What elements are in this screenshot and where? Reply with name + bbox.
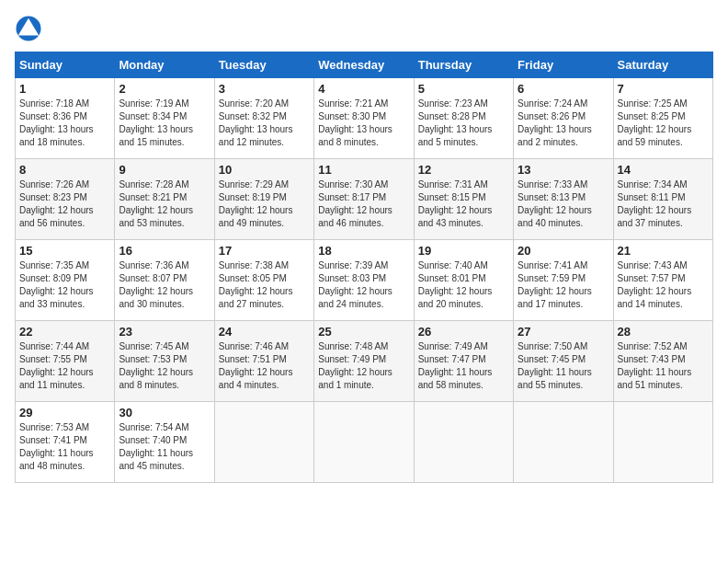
day-info: Sunrise: 7:25 AMSunset: 8:25 PMDaylight:… <box>618 98 709 149</box>
day-info: Sunrise: 7:24 AMSunset: 8:26 PMDaylight:… <box>518 98 609 149</box>
day-info: Sunrise: 7:34 AMSunset: 8:11 PMDaylight:… <box>618 178 709 230</box>
calendar-cell: 18 Sunrise: 7:39 AMSunset: 8:03 PMDaylig… <box>314 240 414 321</box>
day-info: Sunrise: 7:20 AMSunset: 8:32 PMDaylight:… <box>219 98 310 149</box>
logo-icon <box>15 15 42 42</box>
day-info: Sunrise: 7:21 AMSunset: 8:30 PMDaylight:… <box>318 98 409 149</box>
day-number: 11 <box>318 163 409 177</box>
calendar-week-5: 29 Sunrise: 7:53 AMSunset: 7:41 PMDaylig… <box>16 402 713 483</box>
day-info: Sunrise: 7:39 AMSunset: 8:03 PMDaylight:… <box>318 259 409 311</box>
calendar-cell: 9 Sunrise: 7:28 AMSunset: 8:21 PMDayligh… <box>115 159 214 240</box>
day-number: 13 <box>518 163 609 177</box>
calendar-cell: 19 Sunrise: 7:40 AMSunset: 8:01 PMDaylig… <box>414 240 513 321</box>
day-number: 1 <box>19 82 110 96</box>
day-number: 6 <box>518 82 609 96</box>
column-header-sunday: Sunday <box>16 52 115 78</box>
calendar-cell: 28 Sunrise: 7:52 AMSunset: 7:43 PMDaylig… <box>613 321 712 402</box>
calendar-cell: 5 Sunrise: 7:23 AMSunset: 8:28 PMDayligh… <box>414 78 513 159</box>
calendar-cell: 30 Sunrise: 7:54 AMSunset: 7:40 PMDaylig… <box>115 402 214 483</box>
day-number: 23 <box>119 325 210 339</box>
day-number: 5 <box>418 82 509 96</box>
calendar-cell <box>613 402 712 483</box>
column-header-monday: Monday <box>115 52 214 78</box>
column-header-tuesday: Tuesday <box>214 52 313 78</box>
day-number: 22 <box>19 325 110 339</box>
day-info: Sunrise: 7:44 AMSunset: 7:55 PMDaylight:… <box>19 340 110 392</box>
calendar-cell: 6 Sunrise: 7:24 AMSunset: 8:26 PMDayligh… <box>514 78 613 159</box>
calendar-cell: 13 Sunrise: 7:33 AMSunset: 8:13 PMDaylig… <box>514 159 613 240</box>
calendar-cell: 16 Sunrise: 7:36 AMSunset: 8:07 PMDaylig… <box>115 240 214 321</box>
day-number: 2 <box>119 82 210 96</box>
day-info: Sunrise: 7:36 AMSunset: 8:07 PMDaylight:… <box>119 259 210 311</box>
calendar-cell: 10 Sunrise: 7:29 AMSunset: 8:19 PMDaylig… <box>214 159 313 240</box>
day-info: Sunrise: 7:19 AMSunset: 8:34 PMDaylight:… <box>119 98 210 149</box>
calendar-cell: 3 Sunrise: 7:20 AMSunset: 8:32 PMDayligh… <box>214 78 313 159</box>
column-header-friday: Friday <box>514 52 613 78</box>
day-info: Sunrise: 7:29 AMSunset: 8:19 PMDaylight:… <box>219 178 310 230</box>
calendar-cell: 29 Sunrise: 7:53 AMSunset: 7:41 PMDaylig… <box>16 402 115 483</box>
column-header-saturday: Saturday <box>613 52 712 78</box>
day-number: 30 <box>119 406 210 419</box>
day-info: Sunrise: 7:45 AMSunset: 7:53 PMDaylight:… <box>119 340 210 392</box>
day-info: Sunrise: 7:26 AMSunset: 8:23 PMDaylight:… <box>19 178 110 230</box>
day-info: Sunrise: 7:28 AMSunset: 8:21 PMDaylight:… <box>119 178 210 230</box>
day-info: Sunrise: 7:43 AMSunset: 7:57 PMDaylight:… <box>618 259 709 311</box>
day-number: 18 <box>318 244 409 258</box>
day-number: 15 <box>19 244 110 258</box>
day-number: 14 <box>618 163 709 177</box>
day-info: Sunrise: 7:30 AMSunset: 8:17 PMDaylight:… <box>318 178 409 230</box>
day-number: 16 <box>119 244 210 258</box>
calendar-cell: 24 Sunrise: 7:46 AMSunset: 7:51 PMDaylig… <box>214 321 313 402</box>
day-info: Sunrise: 7:41 AMSunset: 7:59 PMDaylight:… <box>518 259 609 311</box>
calendar-cell: 22 Sunrise: 7:44 AMSunset: 7:55 PMDaylig… <box>16 321 115 402</box>
calendar-week-3: 15 Sunrise: 7:35 AMSunset: 8:09 PMDaylig… <box>16 240 713 321</box>
calendar-cell: 11 Sunrise: 7:30 AMSunset: 8:17 PMDaylig… <box>314 159 414 240</box>
day-number: 10 <box>219 163 310 177</box>
day-info: Sunrise: 7:33 AMSunset: 8:13 PMDaylight:… <box>518 178 609 230</box>
day-info: Sunrise: 7:35 AMSunset: 8:09 PMDaylight:… <box>19 259 110 311</box>
column-header-wednesday: Wednesday <box>314 52 414 78</box>
day-number: 8 <box>19 163 110 177</box>
day-info: Sunrise: 7:52 AMSunset: 7:43 PMDaylight:… <box>618 340 709 392</box>
calendar-cell: 26 Sunrise: 7:49 AMSunset: 7:47 PMDaylig… <box>414 321 513 402</box>
day-info: Sunrise: 7:54 AMSunset: 7:40 PMDaylight:… <box>119 421 210 473</box>
calendar-cell: 7 Sunrise: 7:25 AMSunset: 8:25 PMDayligh… <box>613 78 712 159</box>
calendar-cell: 12 Sunrise: 7:31 AMSunset: 8:15 PMDaylig… <box>414 159 513 240</box>
day-info: Sunrise: 7:48 AMSunset: 7:49 PMDaylight:… <box>318 340 409 392</box>
calendar-cell: 2 Sunrise: 7:19 AMSunset: 8:34 PMDayligh… <box>115 78 214 159</box>
day-number: 19 <box>418 244 509 258</box>
calendar-cell: 25 Sunrise: 7:48 AMSunset: 7:49 PMDaylig… <box>314 321 414 402</box>
day-number: 4 <box>318 82 409 96</box>
day-info: Sunrise: 7:18 AMSunset: 8:36 PMDaylight:… <box>19 98 110 149</box>
day-info: Sunrise: 7:49 AMSunset: 7:47 PMDaylight:… <box>418 340 509 392</box>
day-number: 27 <box>518 325 609 339</box>
calendar-cell <box>214 402 313 483</box>
calendar-week-4: 22 Sunrise: 7:44 AMSunset: 7:55 PMDaylig… <box>16 321 713 402</box>
day-info: Sunrise: 7:38 AMSunset: 8:05 PMDaylight:… <box>219 259 310 311</box>
calendar-cell: 15 Sunrise: 7:35 AMSunset: 8:09 PMDaylig… <box>16 240 115 321</box>
calendar-cell <box>514 402 613 483</box>
calendar-week-2: 8 Sunrise: 7:26 AMSunset: 8:23 PMDayligh… <box>16 159 713 240</box>
calendar-cell: 21 Sunrise: 7:43 AMSunset: 7:57 PMDaylig… <box>613 240 712 321</box>
day-info: Sunrise: 7:53 AMSunset: 7:41 PMDaylight:… <box>19 421 110 473</box>
calendar-cell: 17 Sunrise: 7:38 AMSunset: 8:05 PMDaylig… <box>214 240 313 321</box>
day-number: 29 <box>19 406 110 419</box>
day-info: Sunrise: 7:50 AMSunset: 7:45 PMDaylight:… <box>518 340 609 392</box>
day-number: 21 <box>618 244 709 258</box>
calendar-cell: 4 Sunrise: 7:21 AMSunset: 8:30 PMDayligh… <box>314 78 414 159</box>
day-number: 28 <box>618 325 709 339</box>
calendar-cell <box>414 402 513 483</box>
calendar-cell: 20 Sunrise: 7:41 AMSunset: 7:59 PMDaylig… <box>514 240 613 321</box>
calendar-cell: 27 Sunrise: 7:50 AMSunset: 7:45 PMDaylig… <box>514 321 613 402</box>
calendar-cell: 1 Sunrise: 7:18 AMSunset: 8:36 PMDayligh… <box>16 78 115 159</box>
day-info: Sunrise: 7:31 AMSunset: 8:15 PMDaylight:… <box>418 178 509 230</box>
calendar-cell: 23 Sunrise: 7:45 AMSunset: 7:53 PMDaylig… <box>115 321 214 402</box>
day-number: 9 <box>119 163 210 177</box>
calendar-cell <box>314 402 414 483</box>
day-info: Sunrise: 7:46 AMSunset: 7:51 PMDaylight:… <box>219 340 310 392</box>
day-info: Sunrise: 7:40 AMSunset: 8:01 PMDaylight:… <box>418 259 509 311</box>
calendar-body: 1 Sunrise: 7:18 AMSunset: 8:36 PMDayligh… <box>16 78 713 483</box>
day-number: 26 <box>418 325 509 339</box>
calendar-cell: 8 Sunrise: 7:26 AMSunset: 8:23 PMDayligh… <box>16 159 115 240</box>
calendar-week-1: 1 Sunrise: 7:18 AMSunset: 8:36 PMDayligh… <box>16 78 713 159</box>
day-number: 25 <box>318 325 409 339</box>
